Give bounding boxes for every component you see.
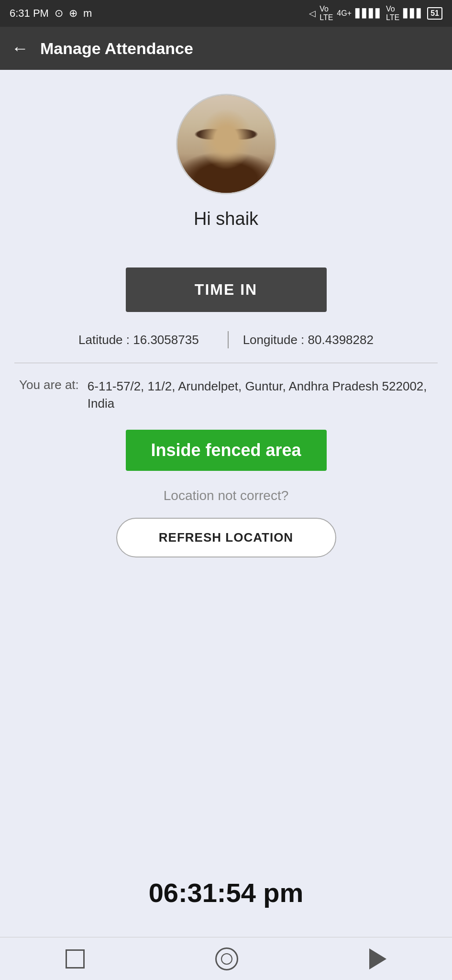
status-bar: 6:31 PM ⊙ ⊕ m ◁ VoLTE 4G+ ▋▋▋▋ VoLTE ▋▋▋… xyxy=(0,0,452,27)
back-button[interactable]: ← xyxy=(11,38,29,58)
latitude-display: Latitude : 16.3058735 xyxy=(78,333,213,347)
location-row: Latitude : 16.3058735 Longitude : 80.439… xyxy=(14,331,438,348)
nav-back-triangle-button[interactable] xyxy=(369,948,386,969)
you-are-at-label: You are at: xyxy=(19,378,79,392)
time-in-button[interactable]: TIME IN xyxy=(126,267,327,312)
clock-display: 06:31:54 pm xyxy=(149,877,304,908)
greeting-text: Hi shaik xyxy=(194,209,258,229)
avatar-image xyxy=(177,95,275,193)
signal-4g: 4G+ xyxy=(337,9,352,18)
status-right: ◁ VoLTE 4G+ ▋▋▋▋ VoLTE ▋▋▋ 51 xyxy=(309,5,442,22)
page-title: Manage Attendance xyxy=(40,39,193,58)
address-text: 6-11-57/2, 11/2, Arundelpet, Guntur, And… xyxy=(88,378,433,412)
avatar xyxy=(176,94,276,194)
separator xyxy=(14,363,438,363)
message-icon: m xyxy=(83,7,92,20)
status-time: 6:31 PM xyxy=(10,7,49,20)
alarm-icon: ⊙ xyxy=(55,7,63,20)
refresh-location-button[interactable]: REFRESH LOCATION xyxy=(116,518,336,557)
you-are-at-row: You are at: 6-11-57/2, 11/2, Arundelpet,… xyxy=(14,378,438,412)
nav-bar: ← Manage Attendance xyxy=(0,27,452,70)
status-left: 6:31 PM ⊙ ⊕ m xyxy=(10,7,92,20)
main-content: Hi shaik TIME IN Latitude : 16.3058735 L… xyxy=(0,70,452,937)
bottom-nav xyxy=(0,937,452,980)
signal-lte-2: VoLTE xyxy=(386,5,399,22)
signal-bars-1: ▋▋▋▋ xyxy=(355,8,382,19)
location-icon: ◁ xyxy=(309,8,316,19)
location-not-correct-text: Location not correct? xyxy=(164,488,289,503)
nav-home-button[interactable] xyxy=(215,947,238,970)
signal-bars-2: ▋▋▋ xyxy=(403,8,423,19)
location-divider xyxy=(228,331,229,348)
nav-square-button[interactable] xyxy=(66,949,85,969)
fenced-area-badge: Inside fenced area xyxy=(126,430,327,471)
battery-indicator: 51 xyxy=(427,7,442,20)
media-icon: ⊕ xyxy=(69,7,77,20)
longitude-display: Longitude : 80.4398282 xyxy=(243,333,374,347)
signal-lte-1: VoLTE xyxy=(320,5,333,22)
